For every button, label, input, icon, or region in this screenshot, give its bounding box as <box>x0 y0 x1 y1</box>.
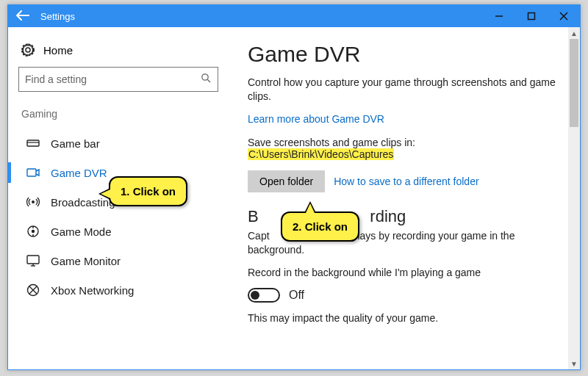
sidebar-home[interactable]: Home <box>18 40 218 67</box>
main-panel: Game DVR Control how you capture your ga… <box>229 27 580 369</box>
sidebar-item-game-monitor[interactable]: Game Monitor <box>18 246 218 275</box>
record-toggle-row: Off <box>248 288 561 303</box>
xbox-icon <box>26 283 40 297</box>
sidebar-category: Gaming <box>21 108 218 120</box>
record-toggle[interactable] <box>248 288 280 303</box>
scroll-down-icon[interactable]: ▼ <box>568 358 580 369</box>
learn-more-link[interactable]: Learn more about Game DVR <box>248 113 384 125</box>
game-monitor-icon <box>26 255 40 267</box>
svg-point-2 <box>202 74 208 80</box>
game-mode-icon <box>26 225 40 238</box>
search-placeholder: Find a setting <box>25 73 87 85</box>
broadcasting-icon <box>26 195 40 209</box>
settings-window: Settings Home Find a setting <box>7 4 581 370</box>
page-title: Game DVR <box>248 42 561 67</box>
save-path: C:\Users\Brink\Videos\Captures <box>248 148 394 160</box>
sidebar-item-label: Xbox Networking <box>51 284 134 297</box>
open-folder-button[interactable]: Open folder <box>248 170 325 192</box>
maximize-button[interactable] <box>515 5 548 27</box>
game-bar-icon <box>26 138 40 148</box>
record-toggle-label: Record in the background while I'm playi… <box>248 266 561 280</box>
close-icon <box>559 12 568 21</box>
annotation-text: 2. Click on <box>293 220 348 233</box>
vertical-scrollbar[interactable]: ▲ ▼ <box>568 27 580 369</box>
svg-rect-1 <box>528 13 535 20</box>
how-to-save-link[interactable]: How to save to a different folder <box>334 176 478 187</box>
svg-rect-6 <box>27 169 36 176</box>
arrow-left-icon <box>16 10 29 21</box>
minimize-icon <box>495 12 503 21</box>
sidebar-home-label: Home <box>43 44 73 57</box>
annotation-callout-1: 1. Click on <box>109 176 187 206</box>
quality-note: This may impact the quality of your game… <box>248 311 561 325</box>
open-folder-row: Open folder How to save to a different f… <box>248 170 561 192</box>
svg-rect-4 <box>27 140 39 146</box>
svg-line-3 <box>207 79 210 82</box>
search-icon <box>201 73 212 86</box>
game-dvr-icon <box>26 167 40 178</box>
back-button[interactable] <box>8 9 37 24</box>
save-location-line: Save screenshots and game clips in: C:\U… <box>248 137 561 160</box>
svg-point-7 <box>32 200 35 203</box>
sidebar-item-xbox-networking[interactable]: Xbox Networking <box>18 275 218 305</box>
sidebar-item-label: Game bar <box>51 137 100 150</box>
sidebar-item-label: Game Monitor <box>51 255 121 267</box>
minimize-button[interactable] <box>483 5 515 27</box>
svg-rect-12 <box>27 256 39 264</box>
page-description: Control how you capture your game throug… <box>248 76 561 104</box>
content-area: Home Find a setting Gaming Game bar G <box>8 27 580 369</box>
maximize-icon <box>527 12 536 21</box>
annotation-callout-2: 2. Click on <box>281 212 359 242</box>
save-prefix: Save screenshots and game clips in: <box>248 137 415 148</box>
close-button[interactable] <box>548 5 580 27</box>
sidebar-item-game-mode[interactable]: Game Mode <box>18 217 218 246</box>
annotation-text: 1. Click on <box>121 185 176 198</box>
svg-point-9 <box>32 230 35 233</box>
sidebar-item-label: Game Mode <box>51 225 112 238</box>
window-title: Settings <box>37 11 75 22</box>
search-input[interactable]: Find a setting <box>18 67 218 92</box>
scroll-thumb[interactable] <box>570 39 578 127</box>
titlebar: Settings <box>8 5 580 27</box>
gear-icon <box>21 43 35 57</box>
scroll-up-icon[interactable]: ▲ <box>568 27 580 39</box>
toggle-knob-icon <box>251 291 259 300</box>
toggle-state: Off <box>289 289 304 302</box>
sidebar-item-label: Game DVR <box>51 167 107 179</box>
sidebar-item-game-bar[interactable]: Game bar <box>18 129 218 158</box>
